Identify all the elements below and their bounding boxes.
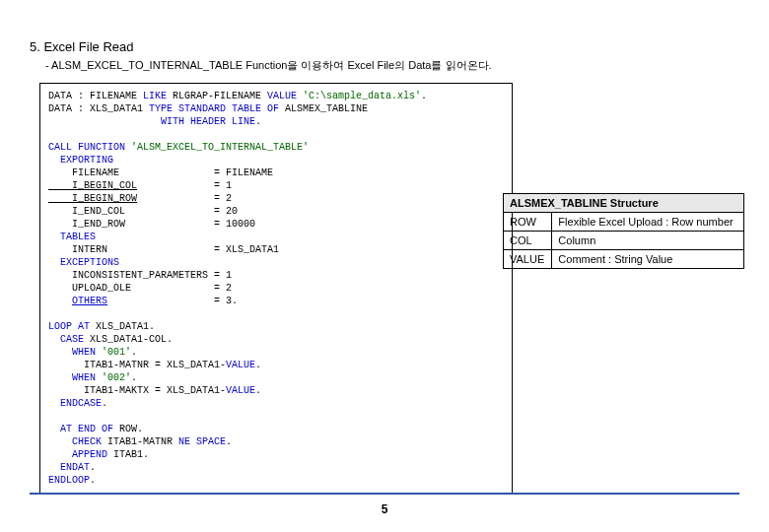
section-subtitle: - ALSM_EXCEL_TO_INTERNAL_TABLE Function을… [45,58,739,73]
structure-table: ALSMEX_TABLINE Structure ROW Flexible Ex… [503,193,744,269]
page-number: 5 [0,502,769,516]
field-cell: COL [504,232,552,250]
code-block: DATA : FILENAME LIKE RLGRAP-FILENAME VAL… [39,83,513,494]
section-title: 5. Excel File Read [30,39,739,54]
desc-cell: Column [552,232,744,250]
field-cell: ROW [504,213,552,232]
table-row: VALUE Comment : String Value [504,250,744,269]
table-header: ALSMEX_TABLINE Structure [504,194,744,213]
table-row: COL Column [504,232,744,250]
table-row: ROW Flexible Excel Upload : Row number [504,213,744,232]
desc-cell: Flexible Excel Upload : Row number [552,213,744,232]
desc-cell: Comment : String Value [552,250,744,269]
divider-line [30,493,739,495]
field-cell: VALUE [504,250,552,269]
